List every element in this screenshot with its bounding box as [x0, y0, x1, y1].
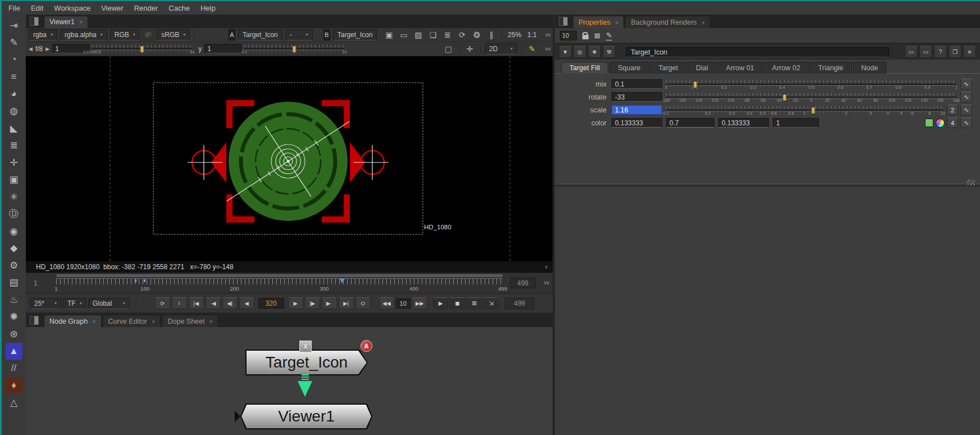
color-red-input[interactable] — [612, 118, 662, 128]
play-backward-button[interactable]: ◀ — [239, 297, 254, 309]
collapse-button[interactable]: ▼ — [559, 46, 572, 58]
panel-mode-a-button[interactable]: ▭ — [905, 46, 918, 58]
panel-layout-icon[interactable] — [30, 17, 39, 26]
furnace-icon[interactable]: ♨ — [6, 291, 22, 309]
range-start-label[interactable]: 1 — [34, 279, 38, 287]
cycle-button[interactable]: ⟳ — [155, 297, 170, 309]
frame-range-context-dropdown[interactable]: Global ▾ — [88, 298, 130, 309]
rotate-animation-button[interactable]: ∿ — [960, 92, 972, 102]
views-icon[interactable]: ◉ — [6, 223, 22, 240]
transform-icon[interactable]: ✛ — [6, 154, 22, 171]
fps-dropdown[interactable]: 25* ▾ — [30, 298, 61, 309]
sync-icon[interactable]: ⟳ — [455, 30, 468, 39]
stack-icon[interactable]: ≣ — [441, 30, 454, 39]
tab-viewer1[interactable]: Viewer1 × — [44, 16, 88, 28]
scale-slider[interactable]: 0.10.20.30.40.50.60.8123456810 — [666, 105, 943, 115]
color-green-input[interactable] — [666, 118, 714, 128]
view-mode-dropdown[interactable]: 2D ▾ — [485, 43, 517, 55]
close-icon[interactable]: × — [79, 19, 83, 25]
proxy-icon[interactable]: ▭ — [397, 30, 410, 39]
roi-icon[interactable]: ▨ — [412, 30, 425, 39]
node-name-field[interactable] — [626, 47, 889, 57]
filter-icon[interactable]: ◍ — [6, 103, 22, 120]
plugin-shield-icon[interactable]: ▲ — [6, 343, 22, 360]
scale-dimensions-button[interactable]: 2 — [947, 105, 958, 115]
node-disable-indicator[interactable]: X — [299, 341, 312, 352]
toolsets-icon[interactable]: ⚙ — [6, 257, 22, 274]
range-end-box[interactable]: 499 — [510, 278, 536, 288]
close-icon[interactable]: × — [92, 318, 95, 325]
menu-edit[interactable]: Edit — [31, 4, 43, 12]
draw-icon[interactable]: ✎ — [6, 34, 22, 52]
input-process-toggle[interactable]: IP — [143, 30, 154, 40]
knob-tab-target[interactable]: Target — [650, 62, 687, 74]
clear-panels-icon[interactable]: ⊠ — [594, 31, 600, 40]
panel-layout-icon[interactable] — [559, 17, 568, 26]
next-keyframe-button[interactable]: ▶· — [322, 297, 337, 309]
a-input-dropdown[interactable]: Target_Icon — [238, 29, 282, 40]
color-swatch[interactable] — [925, 119, 933, 127]
keyer-icon[interactable]: ◣ — [6, 120, 22, 137]
pixel-aspect[interactable]: 1:1 — [527, 31, 537, 39]
center-in-viewer-button[interactable]: ◎ — [573, 46, 586, 58]
fstop-label[interactable]: f/8 — [35, 45, 43, 53]
wizard-hat-icon[interactable]: △ — [6, 394, 22, 411]
input-marker-button[interactable]: I — [172, 297, 187, 309]
wipe-icon[interactable]: ❏ — [426, 30, 439, 39]
mix-input[interactable] — [612, 79, 662, 89]
playback-lock-button[interactable]: ⊠ — [467, 297, 482, 309]
color-icon[interactable]: ◕ — [6, 85, 22, 103]
float-panel-button[interactable]: ❐ — [949, 46, 961, 58]
playback-render-button[interactable]: ▶ — [433, 297, 448, 309]
step-decrement-button[interactable]: ◀◀ — [379, 297, 394, 309]
sparkles-icon[interactable]: ✺ — [6, 309, 22, 326]
mix-animation-button[interactable]: ∿ — [960, 79, 972, 89]
deep-icon[interactable]: Ⓓ — [6, 206, 22, 223]
color-channels-button[interactable]: 4 — [947, 117, 958, 128]
tab-node-graph[interactable]: Node Graph × — [44, 315, 102, 327]
rotate-input[interactable] — [612, 92, 662, 102]
timeline-ruler[interactable]: 1100200300400499320 — [56, 278, 503, 293]
knob-tab-target-fill[interactable]: Target Fill — [561, 62, 608, 74]
other-icon[interactable]: ▤ — [6, 274, 22, 292]
lock-panels-icon[interactable] — [582, 35, 589, 39]
close-icon[interactable]: × — [209, 318, 213, 325]
output-marker-button[interactable]: O — [355, 297, 371, 309]
play-forward-button[interactable]: ▶ — [288, 297, 303, 309]
step-back-button[interactable]: ◀| — [222, 297, 238, 309]
timeline-scrollbar[interactable] — [56, 274, 503, 277]
prev-keyframe-button[interactable]: ·◀ — [206, 297, 221, 309]
marquee-select-icon[interactable]: ▢ — [442, 44, 455, 53]
viewer-link-button[interactable]: ❖ — [588, 46, 601, 58]
color-animation-button[interactable]: ∿ — [960, 117, 972, 128]
b-input-dropdown[interactable]: Target_Icon — [333, 29, 377, 40]
color-blue-input[interactable] — [718, 118, 769, 128]
panel-menu-icon[interactable]: ∨∨ — [544, 280, 549, 286]
goto-start-button[interactable]: |◀ — [189, 297, 204, 309]
tab-background-renders[interactable]: Background Renders × — [625, 16, 710, 28]
panel-menu-icon[interactable]: ∨∨ — [545, 46, 550, 52]
merge-icon[interactable]: ≣ — [6, 137, 22, 155]
channels-dropdown[interactable]: rgba ▾ — [29, 29, 57, 40]
step-forward-button[interactable]: |▶ — [305, 297, 320, 309]
fstop-prev-icon[interactable]: ◀ — [29, 46, 33, 52]
fstop-next-icon[interactable]: ▶ — [45, 46, 49, 52]
step-increment-button[interactable]: ▶▶ — [412, 297, 427, 309]
track-pan-icon[interactable]: ✛ — [463, 44, 476, 53]
knob-tab-triangle[interactable]: Triangle — [810, 62, 852, 74]
b-buffer-label[interactable]: B — [323, 29, 330, 40]
panel-mode-b-button[interactable]: ▭ — [919, 46, 932, 58]
resize-grip[interactable] — [967, 179, 975, 185]
colorspace-dropdown[interactable]: sRGB ▾ — [157, 29, 190, 40]
edit-mode-icon[interactable]: ✎ — [606, 31, 612, 40]
channel-icon[interactable]: ≡ — [6, 69, 22, 86]
close-panel-button[interactable]: ✕ — [963, 46, 976, 58]
menu-workspace[interactable]: Workspace — [54, 4, 90, 12]
menu-cache[interactable]: Cache — [168, 4, 190, 12]
display-channel-dropdown[interactable]: RGB ▾ — [110, 29, 140, 40]
node-graph-canvas[interactable]: Target_Icon X A Viewer1 — [26, 327, 553, 435]
knob-tab-arrow-02[interactable]: Arrow 02 — [764, 62, 809, 74]
chevron-down-icon[interactable]: ∨ — [544, 264, 547, 270]
connection-arrow[interactable] — [298, 381, 312, 397]
playback-save-button[interactable]: ⇲ — [484, 297, 499, 309]
